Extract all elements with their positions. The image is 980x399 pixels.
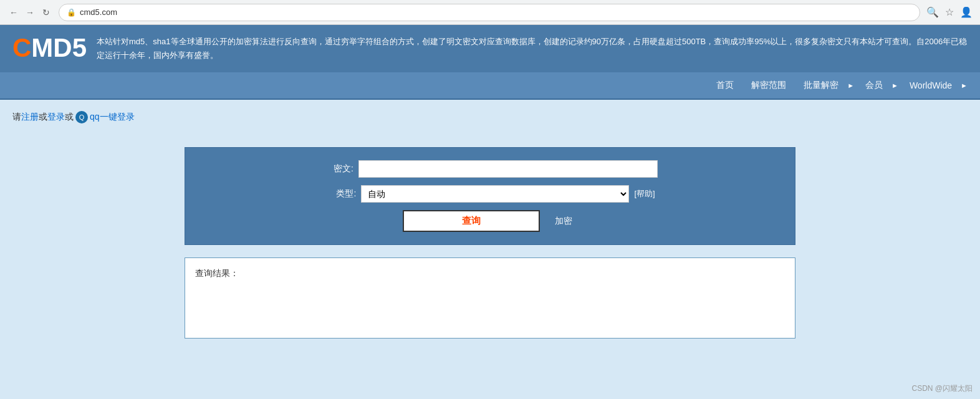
register-link[interactable]: 注册 [21,112,39,122]
or1: 或 [39,112,47,122]
form-panel: 密文: 类型: 自动 md5 sha1 sha256 sha512 mysql … [185,147,795,245]
type-row: 类型: 自动 md5 sha1 sha256 sha512 mysql mysq… [210,185,770,203]
page-body: 请注册或登录或Qqq一键登录 密文: 类型: 自动 md5 sha1 sha25… [0,100,980,351]
form-container: 密文: 类型: 自动 md5 sha1 sha256 sha512 mysql … [185,147,795,245]
cipher-label: 密文: [322,163,353,175]
browser-actions: 🔍 ☆ 👤 [926,6,973,18]
login-link[interactable]: 登录 [47,112,65,122]
type-select[interactable]: 自动 md5 sha1 sha256 sha512 mysql mysql5 N… [361,185,629,203]
nav-buttons: ← → ↻ [7,6,52,19]
logo: CMD5 [12,35,87,61]
header-description: 本站针对md5、sha1等全球通用公开的加密算法进行反向查询，通过穷举字符组合的… [97,35,968,62]
site-header: CMD5 本站针对md5、sha1等全球通用公开的加密算法进行反向查询，通过穷举… [0,25,980,72]
bookmark-icon[interactable]: ☆ [945,6,954,18]
qq-login-link[interactable]: qq一键登录 [90,112,135,122]
cipher-input[interactable] [358,160,658,178]
url-text: cmd5.com [80,7,117,17]
logo-area: CMD5 [12,35,87,61]
nav-home[interactable]: 首页 [710,77,740,94]
worldwide-arrow-icon: ► [961,82,968,89]
login-prompt: 请注册或登录或Qqq一键登录 [12,106,968,128]
results-panel: 查询结果： [185,257,795,339]
back-button[interactable]: ← [7,6,20,19]
forward-button[interactable]: → [24,6,36,19]
browser-chrome: ← → ↻ 🔒 cmd5.com 🔍 ☆ 👤 [0,0,980,25]
nav-batch-decrypt[interactable]: 批量解密 [797,77,845,94]
batch-arrow-icon: ► [847,82,854,89]
form-actions: 查询 加密 [210,210,770,232]
qq-icon: Q [75,111,88,123]
or2: 或 [65,112,74,122]
nav-bar: 首页 解密范围 批量解密 ► 会员 ► WorldWide ► [0,72,980,100]
encrypt-button[interactable]: 加密 [550,213,577,229]
profile-icon[interactable]: 👤 [960,6,973,18]
prompt-prefix: 请 [12,112,21,122]
cipher-row: 密文: [210,160,770,178]
type-label: 类型: [325,188,356,200]
logo-md5: MD5 [31,33,87,62]
nav-worldwide[interactable]: WorldWide [903,78,958,93]
member-arrow-icon: ► [891,82,898,89]
watermark: CSDN @闪耀太阳 [911,383,973,394]
nav-member[interactable]: 会员 [859,77,889,94]
lock-icon: 🔒 [67,8,76,17]
logo-c: C [12,33,31,62]
help-link[interactable]: [帮助] [634,188,655,200]
nav-decrypt-range[interactable]: 解密范围 [745,77,792,94]
reload-button[interactable]: ↻ [40,6,52,19]
search-icon[interactable]: 🔍 [926,6,939,18]
address-bar[interactable]: 🔒 cmd5.com [59,4,920,21]
results-label: 查询结果： [195,268,239,278]
query-button[interactable]: 查询 [403,210,540,232]
